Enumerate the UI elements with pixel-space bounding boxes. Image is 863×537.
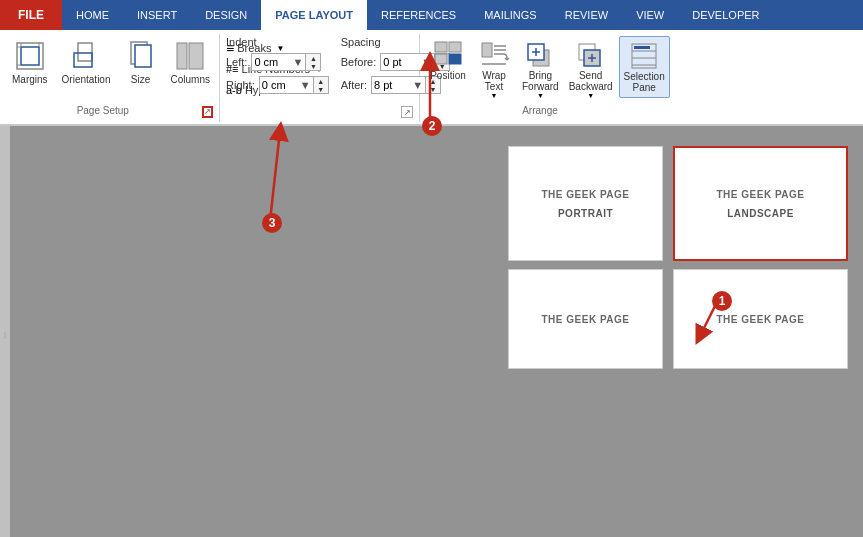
indent-left-row: Left: 0 cm ▼ ▲ ▼ (226, 51, 329, 73)
tab-review[interactable]: REVIEW (551, 0, 622, 30)
margins-label: Margins (12, 74, 48, 86)
bring-forward-dropdown-icon: ▼ (537, 92, 544, 99)
indent-right-down[interactable]: ▼ (314, 85, 328, 93)
margins-button[interactable]: Margins (6, 36, 54, 90)
bring-forward-label: BringForward (522, 70, 559, 92)
tab-developer[interactable]: DEVELOPER (678, 0, 773, 30)
svg-rect-7 (74, 53, 92, 67)
svg-rect-15 (449, 54, 461, 64)
bring-forward-icon (525, 40, 555, 70)
tab-file[interactable]: FILE (0, 0, 62, 30)
page-portrait-orientation: PORTRAIT (558, 208, 613, 219)
indent-left-label: Left: (226, 56, 247, 68)
indent-right-arrow: ▼ (300, 79, 311, 91)
orientation-button[interactable]: Orientation (56, 36, 117, 90)
indent-left-input[interactable]: 0 cm ▼ (251, 53, 306, 71)
send-backward-button[interactable]: SendBackward ▼ (565, 36, 617, 103)
wrap-text-dropdown-icon: ▼ (491, 92, 498, 99)
page-portrait[interactable]: THE GEEK PAGE PORTRAIT (508, 146, 663, 261)
bring-forward-button[interactable]: BringForward ▼ (518, 36, 563, 103)
arrange-group-label: Arrange (426, 105, 654, 118)
page-portrait-text: THE GEEK PAGE (542, 189, 630, 200)
spacing-after-input[interactable]: 8 pt ▼ (371, 76, 426, 94)
tab-mailings[interactable]: MAILINGS (470, 0, 551, 30)
svg-rect-16 (482, 43, 492, 57)
svg-rect-13 (449, 42, 461, 52)
page-setup-expand-button[interactable]: ↗ (202, 106, 213, 118)
svg-rect-1 (21, 47, 39, 65)
page-3[interactable]: THE GEEK PAGE (508, 269, 663, 369)
svg-rect-9 (135, 45, 151, 67)
wrap-text-icon (479, 40, 509, 70)
group-arrange: Position WrapText ▼ (420, 34, 660, 122)
indent-right-label: Right: (226, 79, 255, 91)
position-icon (433, 40, 463, 70)
page-row-2: THE GEEK PAGE THE GEEK PAGE (508, 269, 848, 369)
columns-label: Columns (171, 74, 210, 86)
wrap-text-label: WrapText (482, 70, 506, 92)
svg-rect-12 (435, 42, 447, 52)
tab-home[interactable]: HOME (62, 0, 123, 30)
spacing-after-label: After: (341, 79, 367, 91)
paragraph-expand-button[interactable]: ↗ (401, 106, 413, 118)
tab-references[interactable]: REFERENCES (367, 0, 470, 30)
indent-right-input[interactable]: 0 cm ▼ (259, 76, 314, 94)
page-landscape-orientation: LANDSCAPE (727, 208, 794, 219)
svg-rect-14 (435, 54, 447, 64)
size-label: Size (131, 74, 150, 86)
group-page-setup: Margins Orientation Size (0, 34, 220, 122)
page-landscape-text: THE GEEK PAGE (717, 189, 805, 200)
columns-icon (174, 40, 206, 72)
svg-rect-11 (189, 43, 203, 69)
indent-left-down[interactable]: ▼ (306, 62, 320, 70)
main-content: | THE GEEK PAGE PORTRAIT THE GEEK PAGE L… (0, 126, 863, 537)
send-backward-dropdown-icon: ▼ (587, 92, 594, 99)
position-label: Position (430, 70, 466, 81)
page-setup-group-label: Page Setup (6, 105, 200, 118)
page-4-text: THE GEEK PAGE (717, 314, 805, 325)
indent-left-arrow: ▼ (293, 56, 304, 68)
indent-left-spinner[interactable]: ▲ ▼ (305, 53, 321, 71)
svg-rect-6 (78, 43, 92, 61)
tab-bar: FILE HOME INSERT DESIGN PAGE LAYOUT REFE… (0, 0, 863, 30)
tab-page-layout[interactable]: PAGE LAYOUT (261, 0, 367, 30)
size-icon (125, 40, 157, 72)
selection-pane-icon (629, 41, 659, 71)
indent-right-row: Right: 0 cm ▼ ▲ ▼ (226, 74, 329, 96)
page-3-text: THE GEEK PAGE (542, 314, 630, 325)
margins-icon (14, 40, 46, 72)
columns-button[interactable]: Columns (165, 36, 216, 90)
page-landscape[interactable]: THE GEEK PAGE LANDSCAPE (673, 146, 848, 261)
spacing-before-label: Before: (341, 56, 376, 68)
wrap-text-button[interactable]: WrapText ▼ (472, 36, 516, 103)
indent-right-up[interactable]: ▲ (314, 77, 328, 85)
page-row-1: THE GEEK PAGE PORTRAIT THE GEEK PAGE LAN… (508, 146, 848, 261)
left-ruler: | (4, 330, 6, 339)
selection-pane-label: SelectionPane (624, 71, 665, 93)
svg-rect-10 (177, 43, 187, 69)
ribbon-toolbar: Margins Orientation Size (0, 30, 863, 125)
send-backward-label: SendBackward (569, 70, 613, 92)
position-button[interactable]: Position (426, 36, 470, 85)
orientation-label: Orientation (62, 74, 111, 86)
tab-view[interactable]: VIEW (622, 0, 678, 30)
indent-header: Indent (226, 36, 329, 48)
group-paragraph: Indent Left: 0 cm ▼ ▲ ▼ (220, 34, 420, 122)
page-4[interactable]: THE GEEK PAGE (673, 269, 848, 369)
selection-pane-button[interactable]: SelectionPane (619, 36, 670, 98)
indent-right-spinner[interactable]: ▲ ▼ (313, 76, 329, 94)
orientation-icon (70, 40, 102, 72)
svg-rect-35 (634, 46, 650, 49)
tab-insert[interactable]: INSERT (123, 0, 191, 30)
size-button[interactable]: Size (119, 36, 163, 90)
send-backward-icon (576, 40, 606, 70)
indent-left-up[interactable]: ▲ (306, 54, 320, 62)
tab-design[interactable]: DESIGN (191, 0, 261, 30)
